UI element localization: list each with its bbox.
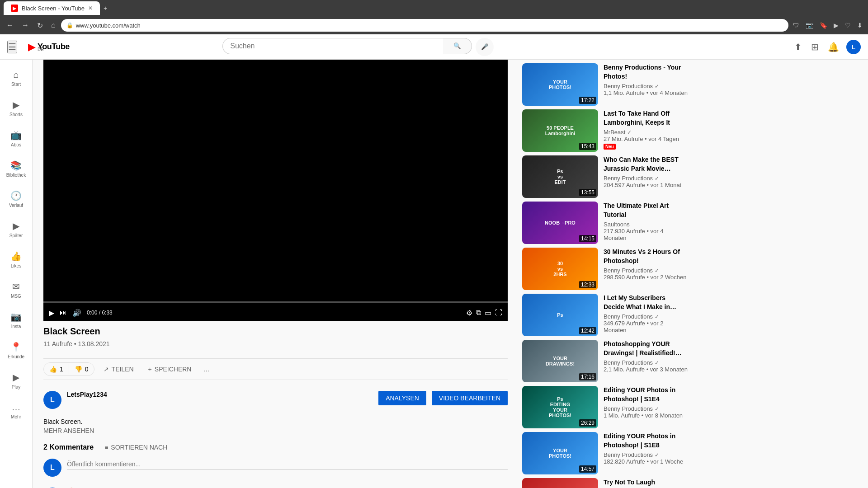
video-progress-bar[interactable] [43, 301, 508, 303]
forward-button[interactable]: → [19, 19, 32, 31]
sidebar-item-more[interactable]: … Mehr [0, 396, 32, 426]
hamburger-menu-button[interactable]: ☰ [7, 41, 17, 53]
sidebar-item-history[interactable]: 🕐 Verlauf [0, 184, 32, 214]
extension-icon-6[interactable]: ⬇ [855, 20, 864, 31]
extension-icon-5[interactable]: ♡ [843, 20, 853, 31]
sidebar-item-explore[interactable]: 📍 Erkunde [0, 335, 32, 366]
fullscreen-button[interactable]: ⛶ [495, 309, 502, 317]
watchlater-icon: ▶ [13, 221, 19, 231]
search-button[interactable]: 🔍 [443, 38, 472, 54]
extension-icon-3[interactable]: 🔖 [818, 20, 829, 31]
youtube-body: ⌂ Start ▶ Shorts 📺 Abos 📚 Bibliothek 🕐 V… [0, 60, 868, 488]
verified-icon: ✓ [655, 452, 659, 458]
notifications-icon[interactable]: 🔔 [826, 40, 841, 54]
sidebar-video-item[interactable]: 30vs2HRS 12:33 30 Minutes Vs 2 Hours Of … [522, 248, 689, 290]
comment-input[interactable] [67, 459, 508, 470]
sidebar-item-instagram[interactable]: 📷 Insta [0, 305, 32, 335]
channel-name[interactable]: LetsPlay1234 [67, 391, 107, 398]
sidebar-item-subscriptions[interactable]: 📺 Abos [0, 123, 32, 154]
sidebar-item-shorts[interactable]: ▶ Shorts [0, 93, 32, 123]
tab-title: Black Screen - YouTube [22, 5, 85, 12]
search-input[interactable] [222, 38, 443, 54]
like-button[interactable]: 👍 1 [44, 363, 69, 375]
sidebar-video-item[interactable]: YOURPHOTOS! 17:22 Benny Productions - Yo… [522, 63, 689, 106]
edit-video-button[interactable]: VIDEO BEARBEITEN [432, 391, 508, 405]
comment-input-row: L [43, 459, 508, 477]
sidebar-video-item[interactable]: YOURDRAWINGS! 17:16 Photoshopping YOUR D… [522, 340, 689, 382]
video-thumbnail: Ps 12:42 [522, 294, 598, 336]
channel-avatar[interactable]: L [43, 391, 61, 409]
show-more-button[interactable]: MEHR ANSEHEN [43, 427, 508, 434]
save-button[interactable]: + SPEICHERN [143, 363, 197, 375]
video-thumbnail: 30vs2HRS 12:33 [522, 248, 598, 290]
address-bar[interactable]: 🔒 www.youtube.com/watch [61, 19, 788, 32]
video-meta: 11 Aufrufe • 13.08.2021 [43, 340, 508, 347]
sidebar-item-messages[interactable]: ✉ MSG [0, 275, 32, 305]
description-text: Black Screen. [43, 418, 82, 425]
user-avatar[interactable]: L [846, 40, 861, 54]
extension-icon-1[interactable]: 🛡 [791, 20, 801, 31]
more-icon: … [12, 402, 21, 413]
back-button[interactable]: ← [4, 19, 16, 31]
active-tab[interactable]: ▶ Black Screen - YouTube ✕ [4, 1, 100, 15]
video-thumbnail: YOURPHOTOS! 17:22 [522, 63, 598, 106]
analyze-button[interactable]: ANALYSEN [378, 391, 426, 405]
video-title-sidebar: Who Can Make the BEST Jurassic Park Movi… [604, 155, 688, 173]
new-tab-button[interactable]: + [100, 3, 111, 14]
sidebar-video-item[interactable]: PsEDITINGYOURPHOTOS! 26:29 Editing YOUR … [522, 386, 689, 428]
sidebar-video-item[interactable]: YOURPHOTOS! 14:57 Editing YOUR Photos in… [522, 432, 689, 474]
upload-icon[interactable]: ⬆ [793, 40, 804, 54]
video-title-sidebar: Photoshopping YOUR Drawings! | Realistif… [604, 340, 688, 357]
sidebar-item-library[interactable]: 📚 Bibliothek [0, 154, 32, 184]
theatre-mode-button[interactable]: ▭ [485, 309, 491, 317]
video-thumbnail: YOURPHOTOS! 14:57 [522, 432, 598, 474]
channel-details: LetsPlay1234 [67, 391, 107, 398]
video-title-sidebar: Benny Productions - Your Photos! [604, 63, 688, 81]
video-info-sidebar: I Let My Subscribers Decide What I Make … [602, 294, 689, 336]
video-title-sidebar: Try Not To Laugh Impossible (Clean) #1 [604, 478, 688, 488]
sidebar-item-play[interactable]: ▶ Play [0, 366, 32, 396]
sidebar-video-item[interactable]: NOOB→PRO 14:15 The Ultimate Pixel Art Tu… [522, 202, 689, 244]
sort-button[interactable]: ≡ SORTIEREN NACH [104, 444, 167, 451]
apps-grid-icon[interactable]: ⊞ [809, 40, 821, 54]
youtube-logo[interactable]: ▶ YouTube DE [28, 41, 70, 53]
next-button[interactable]: ⏭ [60, 309, 67, 317]
more-actions-button[interactable]: … [200, 363, 212, 375]
verified-icon: ✓ [627, 129, 632, 136]
sidebar-label-instagram: Insta [11, 324, 21, 329]
sidebar-video-item[interactable]: Ps 12:42 I Let My Subscribers Decide Wha… [522, 294, 689, 336]
video-info-sidebar: Photoshopping YOUR Drawings! | Realistif… [602, 340, 689, 382]
extension-icon-4[interactable]: ▶ [832, 20, 840, 31]
verified-icon: ✓ [655, 406, 659, 412]
sidebar-video-item[interactable]: PsvsEDIT 13:55 Who Can Make the BEST Jur… [522, 155, 689, 198]
video-stats-sidebar: 349.679 Aufrufe • vor 2 Monaten [604, 320, 688, 333]
miniplayer-button[interactable]: ⧉ [476, 309, 481, 317]
sidebar-item-watchlater[interactable]: ▶ Später [0, 214, 32, 244]
dislike-button[interactable]: 👎 0 [69, 363, 94, 375]
share-button[interactable]: ↗ TEILEN [98, 363, 139, 375]
play-pause-button[interactable]: ▶ [49, 309, 54, 317]
save-label: SPEICHERN [155, 366, 192, 373]
extension-icon-2[interactable]: 📷 [804, 20, 815, 31]
video-actions: 👍 1 👎 0 ↗ TEILEN [43, 358, 508, 380]
volume-button[interactable]: 🔊 [72, 309, 81, 317]
verified-icon: ✓ [655, 83, 659, 89]
browser-tabs: ▶ Black Screen - YouTube ✕ + [4, 0, 111, 16]
video-stats-sidebar: 204.597 Aufrufe • vor 1 Monat [604, 182, 688, 188]
channel-name-sidebar: MrBeast ✓ [604, 129, 688, 136]
sidebar-item-likes[interactable]: 👍 Likes [0, 244, 32, 275]
voice-search-button[interactable]: 🎤 [476, 38, 494, 56]
sidebar-label-explore: Erkunde [8, 354, 24, 359]
video-description: Black Screen. MEHR ANSEHEN [43, 414, 508, 438]
refresh-button[interactable]: ↻ [34, 19, 46, 32]
sidebar-video-item[interactable]: Try Not To Laugh Try Not To Laugh Imposs… [522, 478, 689, 488]
video-thumbnail: PsvsEDIT 13:55 [522, 155, 598, 198]
content-area: ▶ ⏭ 🔊 0:00 / 6:33 ⚙ ⧉ [33, 60, 868, 488]
tab-close-button[interactable]: ✕ [88, 5, 93, 11]
sidebar-video-item[interactable]: 50 PEOPLELamborghini 15:43 Last To Take … [522, 109, 689, 152]
settings-button[interactable]: ⚙ [466, 309, 472, 317]
sidebar-item-home[interactable]: ⌂ Start [0, 63, 32, 93]
home-button[interactable]: ⌂ [48, 19, 58, 31]
video-stats-sidebar: 1 Mio. Aufrufe • vor 8 Monaten [604, 412, 688, 419]
verified-icon: ✓ [655, 314, 659, 320]
